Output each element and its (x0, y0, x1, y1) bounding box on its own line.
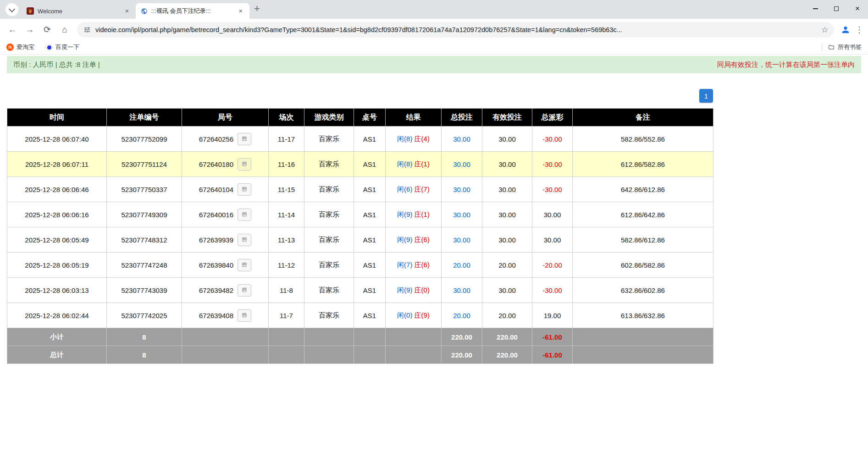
cell-session: 11-16 (269, 152, 304, 177)
cell-table-no: AS1 (354, 253, 386, 278)
cell-time: 2025-12-28 06:02:44 (7, 303, 107, 328)
banker-result: 庄(7) (415, 185, 430, 193)
cell-note: 582.86/552.86 (573, 126, 713, 152)
video-replay-button[interactable] (238, 309, 251, 322)
video-replay-button[interactable] (238, 209, 251, 221)
cell-bet-no: 523077742025 (107, 303, 182, 328)
tab-search-button[interactable] (6, 3, 18, 16)
image-icon (241, 286, 248, 294)
video-replay-button[interactable] (238, 158, 251, 170)
tab-title: Welcome (38, 8, 119, 15)
back-button[interactable]: ← (5, 22, 20, 38)
header-valid-bet: 有效投注 (482, 109, 532, 126)
image-icon (241, 261, 248, 269)
cell-result: 闲(6) 庄(7) (386, 177, 442, 202)
cell-bet-no: 523077748312 (107, 227, 182, 253)
page-content: 币别 : 人民币 | 总共 :8 注单 | 同局有效投注，统一计算在该局第一张注… (0, 56, 868, 364)
page-1-button[interactable]: 1 (699, 89, 713, 103)
cell-table-no: AS1 (354, 227, 386, 253)
maximize-button[interactable] (826, 0, 847, 17)
cell-session: 11-15 (269, 177, 304, 202)
video-replay-button[interactable] (238, 259, 251, 271)
cell-result: 闲(0) 庄(9) (386, 303, 442, 328)
cell-game-type: 百家乐 (304, 126, 354, 152)
address-bar[interactable]: videoie.com/ipl/portal.php/game/betrecor… (77, 22, 834, 38)
bookmark-label: 爱淘宝 (17, 43, 34, 51)
banker-result: 庄(9) (415, 311, 430, 319)
cell-table-no: AS1 (354, 303, 386, 328)
banker-result: 庄(0) (415, 286, 430, 294)
player-result: 闲(0) (397, 311, 412, 319)
tab-close-icon[interactable]: × (123, 7, 131, 15)
table-row: 2025-12-28 06:02:44523077742025672639408… (7, 303, 713, 328)
tab-welcome[interactable]: ♛ Welcome × (22, 3, 136, 19)
image-icon (241, 186, 248, 193)
table-row: 2025-12-28 06:06:46523077750337672640104… (7, 177, 713, 202)
baidu-paw-icon (47, 45, 51, 50)
header-game-type: 游戏类别 (304, 109, 354, 126)
cell-valid-bet: 30.00 (482, 202, 532, 227)
cell-round-no: 672639939 (182, 227, 269, 253)
close-window-button[interactable]: × (847, 0, 868, 17)
profile-icon[interactable] (840, 25, 851, 35)
cell-total-bet: 20.00 (442, 253, 482, 278)
footer-valid-bet: 220.00 (482, 346, 532, 364)
taobao-favicon-icon: 淘 (6, 44, 14, 51)
cell-session: 11-14 (269, 202, 304, 227)
video-replay-button[interactable] (238, 284, 251, 297)
table-row: 2025-12-28 06:07:40523077752099672640256… (7, 126, 713, 152)
cell-session: 11-12 (269, 253, 304, 278)
tab-bet-records[interactable]: :::视讯 会员下注纪录::: × (136, 3, 249, 19)
video-replay-button[interactable] (238, 183, 251, 196)
home-button[interactable]: ⌂ (57, 22, 72, 38)
cell-payout: -30.00 (532, 152, 573, 177)
cell-bet-no: 523077750337 (107, 177, 182, 202)
bookmark-label: 百度一下 (55, 43, 79, 51)
cell-total-bet: 30.00 (442, 202, 482, 227)
cell-game-type: 百家乐 (304, 303, 354, 328)
bookmarks-divider (822, 44, 822, 51)
cell-payout: 19.00 (532, 303, 573, 328)
round-no-text: 672640256 (199, 135, 233, 143)
cell-round-no: 672640256 (182, 126, 269, 152)
image-icon (241, 160, 248, 168)
banker-result: 庄(4) (415, 135, 430, 143)
cell-payout: -20.00 (532, 253, 573, 278)
player-result: 闲(9) (397, 210, 412, 218)
footer-valid-bet: 220.00 (482, 328, 532, 346)
cell-total-bet: 30.00 (442, 227, 482, 253)
video-replay-button[interactable] (238, 133, 251, 145)
video-replay-button[interactable] (238, 234, 251, 246)
cell-total-bet: 30.00 (442, 278, 482, 303)
cell-session: 11-13 (269, 227, 304, 253)
cell-time: 2025-12-28 06:07:11 (7, 152, 107, 177)
minimize-button[interactable] (805, 0, 826, 17)
new-tab-button[interactable]: + (254, 3, 260, 15)
site-settings-icon[interactable] (83, 26, 92, 33)
cell-result: 闲(7) 庄(6) (386, 253, 442, 278)
footer-payout: -61.00 (532, 328, 573, 346)
cell-result: 闲(9) 庄(1) (386, 202, 442, 227)
cell-valid-bet: 30.00 (482, 152, 532, 177)
player-result: 闲(6) (397, 185, 412, 193)
cell-round-no: 672639408 (182, 303, 269, 328)
table-row: 2025-12-28 06:05:49523077748312672639939… (7, 227, 713, 253)
all-bookmarks-button[interactable]: 所有书签 (822, 43, 862, 51)
bookmark-star-icon[interactable]: ☆ (821, 25, 829, 35)
cell-bet-no: 523077743039 (107, 278, 182, 303)
welcome-favicon-icon: ♛ (27, 7, 34, 15)
menu-icon[interactable]: ⋮ (855, 25, 863, 35)
header-note: 备注 (573, 109, 713, 126)
footer-count: 8 (107, 346, 182, 364)
forward-button[interactable]: → (22, 22, 38, 38)
cell-time: 2025-12-28 06:03:13 (7, 278, 107, 303)
cell-table-no: AS1 (354, 152, 386, 177)
header-table-no: 桌号 (354, 109, 386, 126)
refresh-button[interactable]: ⟳ (39, 22, 55, 38)
bookmark-baidu[interactable]: 百度一下 (45, 43, 79, 51)
bookmark-aitaobao[interactable]: 淘 爱淘宝 (6, 43, 34, 51)
tab-close-icon[interactable]: × (237, 7, 245, 15)
tab-title: :::视讯 会员下注纪录::: (151, 7, 233, 15)
cell-result: 闲(9) 庄(0) (386, 278, 442, 303)
image-icon (241, 135, 248, 143)
